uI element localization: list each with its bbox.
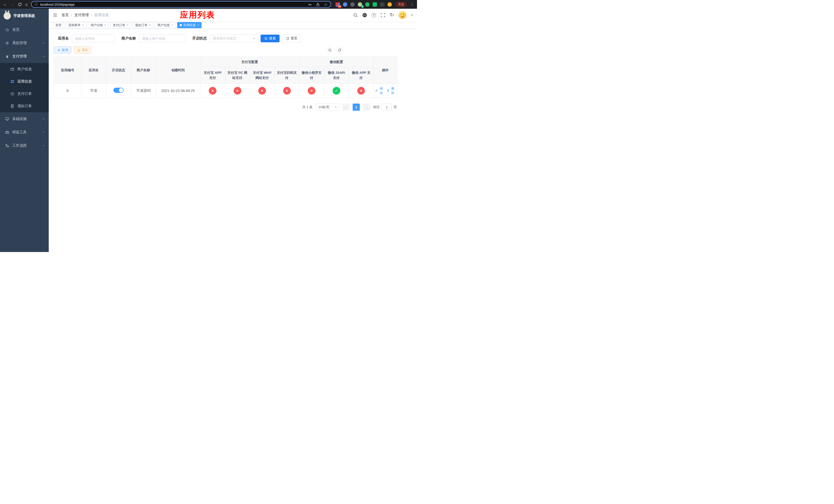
extension-icon[interactable] [343,2,347,7]
close-icon[interactable] [82,24,84,27]
close-icon[interactable] [171,24,173,27]
export-button[interactable]: 导出 [74,46,91,53]
chevron-down-icon [42,117,45,120]
close-icon[interactable] [104,24,106,27]
share-icon[interactable] [316,3,320,6]
tab-merchant-info[interactable]: 商户信息 [155,22,176,28]
breadcrumb-payment[interactable]: 支付管理 [74,13,89,18]
bookmark-star-icon[interactable]: ☆ [324,2,328,7]
toggle-search-button[interactable] [326,46,333,53]
extension-icon[interactable]: 10 [335,2,340,7]
cell-app-id: 6 [54,84,81,98]
tab-home[interactable]: 首页 [53,22,64,28]
add-button[interactable]: 新增 [54,46,71,53]
extensions-area: 10 1 [335,2,392,7]
tab-refund-orders[interactable]: 退款订单 [133,22,153,28]
sidebar-item-system[interactable]: 系统管理 [0,37,49,50]
browser-update-button[interactable]: 更新 [395,2,407,7]
col-header-app-id: 应用编号 [54,57,81,84]
site-info-icon[interactable]: ⓘ [35,2,38,7]
extension-icon[interactable] [365,2,370,7]
sidebar-item-label: 应用信息 [18,79,32,84]
close-icon[interactable] [197,24,199,27]
sidebar-toggle-icon[interactable] [53,13,58,18]
sidebar-item-dev-tools[interactable]: 研发工具 [0,125,49,139]
goto-page-input[interactable] [381,104,392,111]
font-size-icon[interactable]: TT [390,13,394,18]
chevron-down-icon [42,131,45,134]
col-header-actions: 操作 [374,57,397,84]
sidebar-item-infrastructure[interactable]: 基础设施 [0,112,49,125]
fullscreen-icon[interactable] [380,13,385,18]
status-icon [234,87,241,95]
puzzle-extension-icon[interactable] [380,2,385,7]
sidebar-item-home[interactable]: 首页 [0,23,49,37]
refresh-icon [286,37,289,40]
page-title-annotation: 应用列表 [180,9,215,21]
user-menu-caret-icon[interactable] [411,15,413,16]
forward-button[interactable]: → [10,2,15,6]
sidebar-item-label: 工作流程 [12,143,27,148]
chevron-down-icon [335,107,337,108]
status-select[interactable]: 请选择开启状态 [210,35,258,42]
back-button[interactable]: ← [3,2,7,6]
breadcrumb-separator [91,13,92,17]
sidebar-item-workflow[interactable]: 工作流程 [0,139,49,152]
status-icon [258,87,266,95]
browser-menu-icon[interactable]: ⋮ [410,2,414,6]
breadcrumb-separator [71,13,72,17]
search-icon[interactable] [353,13,358,18]
app-logo[interactable]: 芋道管理系统 [0,9,49,23]
key-icon[interactable] [308,3,312,6]
sidebar-item-label: 商户信息 [18,67,32,71]
extension-icon[interactable] [350,2,355,7]
user-avatar[interactable] [398,11,406,19]
sidebar-item-app-info[interactable]: 应用信息 [0,75,49,88]
tab-process-form[interactable]: 流程表单 [66,22,86,28]
page-size-select[interactable]: 10条/页 [316,104,339,111]
url-bar[interactable]: ⓘ localhost:1024/pay/app ☆ [31,1,331,8]
trash-icon [387,89,389,92]
close-icon[interactable] [127,24,129,27]
sidebar-item-payment-orders[interactable]: 支付订单 [0,88,49,100]
status-toggle[interactable] [113,88,124,93]
reset-button[interactable]: 重置 [282,35,301,42]
app-logo-avatar [4,12,11,20]
status-select-placeholder: 请选择开启状态 [213,36,236,41]
col-header-merchant: 商户名称 [131,57,156,84]
extension-icon[interactable] [373,2,377,7]
search-icon [264,37,268,40]
tab-app-info[interactable]: 应用信息 [177,22,202,28]
gear-icon [5,41,9,45]
tab-user-group[interactable]: 用户分组 [88,22,109,28]
col-header-wechat-jsapi: 微信 JSAPI 支付 [324,67,349,84]
merchant-name-input[interactable] [139,35,186,42]
current-page-button[interactable]: 1 [353,104,360,111]
edit-button[interactable]: 修改 [375,86,384,95]
next-page-button[interactable] [363,104,370,111]
refresh-table-button[interactable] [336,46,343,53]
col-header-wechat-app: 微信 APP 支付 [349,67,374,84]
cell-created: 2021-10-23 08:49:25 [156,84,200,98]
sidebar-item-payment[interactable]: ¥ 支付管理 [0,50,49,63]
reload-button[interactable] [18,3,22,6]
extension-icon[interactable]: 1 [358,2,362,7]
extension-badge: 10 [337,5,342,8]
home-button[interactable]: ⌂ [25,2,28,6]
app-name-input[interactable] [72,35,115,42]
prev-page-button[interactable] [343,104,350,111]
help-icon[interactable]: ? [372,13,376,18]
page-content: 应用名 商户名称 开启状态 请选择开启状态 搜索 重置 [49,29,417,252]
col-header-alipay-wap: 支付宝 WAP 网站支付 [250,67,275,84]
payment-submenu: 商户信息 应用信息 支付订单 退款订单 [0,63,49,112]
close-icon[interactable] [149,24,151,27]
profile-avatar-icon[interactable] [388,2,392,7]
github-icon[interactable] [363,13,367,18]
breadcrumb-home[interactable]: 首页 [62,13,69,18]
search-button[interactable]: 搜索 [261,35,280,42]
delete-button[interactable]: 删除 [387,86,396,95]
sidebar-item-refund-orders[interactable]: 退款订单 [0,100,49,112]
chevron-down-icon [42,42,45,45]
tab-payment-orders[interactable]: 支付订单 [110,22,131,28]
sidebar-item-merchant-info[interactable]: 商户信息 [0,63,49,75]
